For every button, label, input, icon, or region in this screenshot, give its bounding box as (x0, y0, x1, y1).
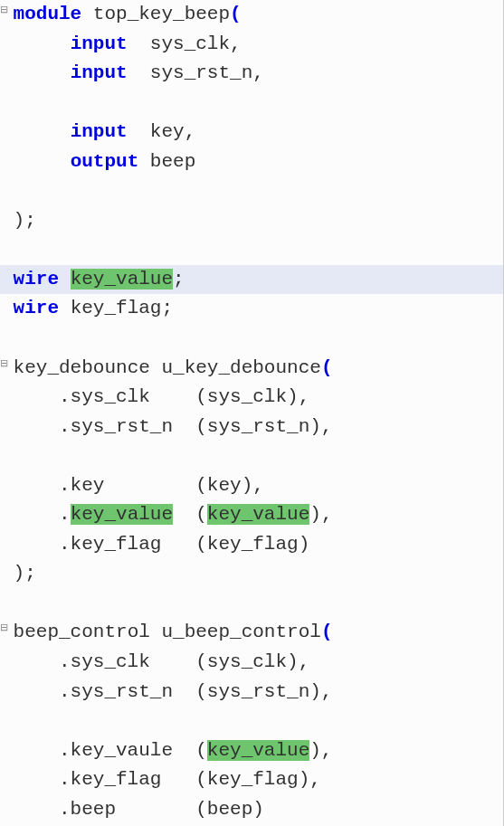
code-line: input sys_rst_n, (0, 59, 503, 89)
code-text: .sys_rst_n (sys_rst_n), (2, 416, 332, 437)
blank-line (0, 235, 503, 265)
fold-icon[interactable]: ⊟ (0, 620, 11, 631)
code-line: .key_value (key_value), (0, 500, 503, 530)
highlighted-symbol: key_value (71, 269, 173, 290)
code-line: ); (0, 559, 503, 589)
code-line: wire key_flag; (0, 294, 503, 324)
code-text: .key_vaule ( (2, 740, 207, 761)
code-text: ; (173, 269, 185, 290)
code-text (59, 269, 71, 290)
code-text: ), (309, 504, 332, 525)
code-line: .key_flag (key_flag) (0, 530, 503, 560)
keyword: input (71, 62, 128, 83)
code-text: key_flag; (59, 298, 173, 318)
code-line: ⊟ beep_control u_beep_control( (0, 618, 503, 648)
code-line: input key, (0, 118, 503, 147)
blank-line (0, 324, 503, 354)
code-text: .beep (beep) (2, 799, 264, 820)
code-text: ); (14, 563, 36, 584)
blank-line (0, 589, 503, 619)
code-line: .sys_clk (sys_clk), (0, 648, 503, 678)
code-line-highlighted: wire key_value; (0, 265, 503, 295)
keyword: input (71, 121, 128, 142)
code-line: .key (key), (0, 471, 503, 501)
blank-line (0, 176, 503, 206)
code-text: beep (138, 151, 195, 172)
keyword: module (14, 4, 82, 24)
code-line: .beep (beep) (0, 795, 503, 825)
code-line: ⊟ key_debounce u_key_debounce( (0, 354, 503, 384)
code-text: .key_flag (key_flag) (2, 534, 309, 555)
code-text: .sys_rst_n (sys_rst_n), (2, 681, 332, 702)
code-text: beep_control u_beep_control (14, 622, 321, 642)
code-text: .key (key), (2, 475, 264, 496)
code-text: ), (309, 740, 332, 761)
blank-line (0, 707, 503, 736)
punct: ( (321, 622, 333, 642)
code-line: ⊟ module top_key_beep( (0, 0, 503, 30)
keyword: wire (14, 269, 59, 290)
code-line: .sys_rst_n (sys_rst_n), (0, 678, 503, 707)
code-editor: ⊟ module top_key_beep( input sys_clk, in… (0, 0, 504, 826)
fold-icon[interactable]: ⊟ (0, 2, 11, 13)
code-line: output beep (0, 147, 503, 177)
keyword: input (71, 33, 128, 54)
code-text: .key_flag (key_flag), (2, 769, 321, 790)
code-line: ); (0, 206, 503, 236)
code-text: .sys_clk (sys_clk), (2, 651, 309, 672)
fold-icon[interactable]: ⊟ (0, 356, 11, 366)
punct: ( (321, 357, 333, 378)
code-text: top_key_beep (81, 4, 230, 24)
code-text: key_debounce u_key_debounce (14, 357, 321, 378)
highlighted-symbol: key_value (207, 740, 309, 761)
code-text: .sys_clk (sys_clk), (2, 386, 309, 407)
code-line: .key_flag (key_flag), (0, 765, 503, 795)
keyword: output (71, 151, 139, 172)
keyword: wire (14, 298, 59, 318)
code-line: input sys_clk, (0, 30, 503, 60)
blank-line (0, 89, 503, 119)
code-line: .sys_rst_n (sys_rst_n), (0, 413, 503, 442)
highlighted-symbol: key_value (207, 504, 309, 525)
code-text: . (2, 504, 71, 525)
code-text: ( (173, 504, 207, 525)
blank-line (0, 441, 503, 471)
code-text: sys_clk, (128, 33, 242, 54)
code-text: ); (14, 210, 36, 231)
code-line: .key_vaule (key_value), (0, 736, 503, 766)
code-line: .sys_clk (sys_clk), (0, 383, 503, 413)
code-text: key, (128, 121, 196, 142)
code-text: sys_rst_n, (128, 62, 264, 83)
punct: ( (230, 4, 242, 24)
highlighted-symbol: key_value (71, 504, 173, 525)
